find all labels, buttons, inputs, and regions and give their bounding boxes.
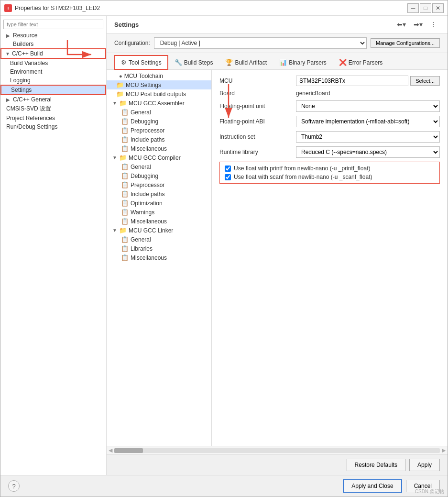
sidebar-item-resource[interactable]: ▶ Resource	[0, 31, 106, 40]
manage-configs-button[interactable]: Manage Configurations...	[371, 38, 440, 48]
tree-gcc-optimization[interactable]: 📋 Optimization	[107, 199, 211, 208]
apply-and-close-button[interactable]: Apply and Close	[343, 479, 402, 493]
tab-build-steps[interactable]: 🔧 Build Steps	[168, 55, 219, 69]
menu-button[interactable]: ⋮	[427, 20, 440, 29]
tree-mcu-gcc-assembler[interactable]: ▼ 📁 MCU GCC Assembler	[107, 99, 211, 108]
tree-linker-libraries[interactable]: 📋 Libraries	[107, 244, 211, 253]
tree-gcc-include-paths[interactable]: 📋 Include paths	[107, 189, 211, 199]
scanf-float-checkbox[interactable]	[225, 174, 231, 180]
fp-unit-label: Floating-point unit	[219, 103, 296, 110]
tree-asm-include-paths[interactable]: 📋 Include paths	[107, 135, 211, 144]
title-bar: I Properties for STM32F103_LED2 ─ □ ✕	[0, 0, 448, 16]
maximize-button[interactable]: □	[420, 3, 431, 13]
fp-abi-select[interactable]: Software implementation (-mfloat-abi=sof…	[296, 116, 440, 127]
help-button[interactable]: ?	[8, 480, 20, 492]
leaf-icon: 📋	[121, 199, 129, 207]
tree-asm-debugging[interactable]: 📋 Debugging	[107, 117, 211, 126]
tree-asm-miscellaneous[interactable]: 📋 Miscellaneous	[107, 144, 211, 153]
tool-settings-icon: ⚙	[121, 59, 127, 66]
tree-item-label: MCU Post build outputs	[126, 91, 186, 98]
tree-item-label: Debugging	[131, 173, 158, 179]
tree-item-label: General	[131, 109, 151, 116]
main-window: I Properties for STM32F103_LED2 ─ □ ✕ ▶ …	[0, 0, 448, 497]
minimize-button[interactable]: ─	[407, 3, 419, 13]
leaf-icon: 📋	[121, 145, 129, 152]
sidebar-item-label: Project References	[6, 115, 55, 121]
tree-item-label: MCU GCC Linker	[129, 227, 173, 234]
mcu-input[interactable]	[296, 76, 408, 86]
leaf-icon: 📋	[121, 218, 129, 225]
tree-gcc-debugging[interactable]: 📋 Debugging	[107, 171, 211, 180]
tab-build-artifact[interactable]: 🏆 Build Artifact	[219, 55, 273, 69]
sidebar-item-cc-general[interactable]: ▶ C/C++ General	[0, 95, 106, 104]
tab-label: Tool Settings	[129, 59, 162, 66]
folder-icon: 📁	[116, 81, 124, 88]
tree-item-label: Optimization	[131, 200, 163, 207]
tree-gcc-general[interactable]: 📋 General	[107, 162, 211, 171]
tree-item-label: MCU GCC Compiler	[129, 155, 181, 161]
mcu-select-button[interactable]: Select...	[410, 76, 440, 86]
tab-error-parsers[interactable]: ❌ Error Parsers	[333, 55, 389, 69]
tree-linker-general[interactable]: 📋 General	[107, 235, 211, 244]
leaf-icon: 📋	[121, 109, 129, 116]
tree-gcc-preprocessor[interactable]: 📋 Preprocessor	[107, 180, 211, 189]
scroll-left-icon[interactable]: ◀	[109, 447, 112, 453]
runtime-row: Runtime library Reduced C (--specs=nano.…	[219, 146, 440, 158]
folder-icon: 📁	[116, 90, 124, 98]
tree-gcc-miscellaneous[interactable]: 📋 Miscellaneous	[107, 217, 211, 226]
tree-mcu-gcc-linker[interactable]: ▼ 📁 MCU GCC Linker	[107, 226, 211, 235]
restore-defaults-button[interactable]: Restore Defaults	[347, 459, 405, 471]
tree-mcu-post-build[interactable]: 📁 MCU Post build outputs	[107, 89, 211, 99]
sidebar-item-logging[interactable]: Logging	[0, 76, 106, 85]
sidebar-item-label: Build Variables	[10, 60, 48, 66]
leaf-icon: 📋	[121, 163, 129, 170]
close-button[interactable]: ✕	[432, 3, 444, 13]
tool-settings-body: ● MCU Toolchain 📁 MCU Settings 📁 MCU Pos…	[107, 70, 448, 454]
tab-tool-settings[interactable]: ⚙ Tool Settings	[114, 55, 168, 70]
tab-label: Error Parsers	[349, 59, 382, 66]
tree-mcu-toolchain[interactable]: ● MCU Toolchain	[107, 72, 211, 80]
instruction-select[interactable]: Thumb2	[296, 131, 440, 143]
runtime-label: Runtime library	[219, 149, 296, 155]
sidebar-item-project-references[interactable]: Project References	[0, 114, 106, 122]
tree-item-label: MCU Toolchain	[124, 73, 163, 79]
fp-unit-select[interactable]: None	[296, 100, 440, 112]
binary-parsers-icon: 📊	[279, 59, 287, 66]
sidebar-item-settings[interactable]: Settings	[0, 85, 106, 95]
printf-float-checkbox[interactable]	[225, 166, 231, 172]
tree-item-label: Miscellaneous	[131, 254, 167, 261]
sidebar-item-cmsis-svd[interactable]: CMSIS-SVD 设置	[0, 104, 106, 114]
settings-title: Settings	[114, 21, 139, 28]
tree-mcu-gcc-compiler[interactable]: ▼ 📁 MCU GCC Compiler	[107, 153, 211, 162]
main-content: ▶ Resource Builders ▼ C/C++ Build Build …	[0, 16, 448, 475]
tree-linker-miscellaneous[interactable]: 📋 Miscellaneous	[107, 253, 211, 262]
horizontal-scrollbar[interactable]	[114, 448, 440, 453]
watermark: CSDN @记帖	[415, 488, 444, 495]
tree-mcu-settings[interactable]: 📁 MCU Settings	[107, 80, 211, 89]
expand-icon: ▶	[6, 97, 11, 102]
sidebar-item-run-debug[interactable]: Run/Debug Settings	[0, 122, 106, 131]
scroll-right-icon[interactable]: ▶	[442, 447, 446, 453]
back-button[interactable]: ⬅▾	[394, 20, 409, 29]
toolchain-dot-icon: ●	[119, 73, 122, 79]
sidebar-item-cc-build[interactable]: ▼ C/C++ Build	[0, 48, 106, 59]
tree-gcc-warnings[interactable]: 📋 Warnings	[107, 208, 211, 217]
sidebar-item-build-variables[interactable]: Build Variables	[0, 59, 106, 67]
tree-asm-general[interactable]: 📋 General	[107, 108, 211, 117]
tab-binary-parsers[interactable]: 📊 Binary Parsers	[273, 55, 333, 69]
tree-asm-preprocessor[interactable]: 📋 Preprocessor	[107, 126, 211, 135]
title-bar-left: I Properties for STM32F103_LED2	[4, 4, 100, 12]
instruction-label: Instruction set	[219, 133, 296, 140]
dialog-footer: ? Apply and Close Cancel	[0, 475, 448, 497]
forward-button[interactable]: ➡▾	[411, 20, 426, 29]
tree-item-label: General	[131, 236, 151, 243]
sidebar-item-environment[interactable]: Environment	[0, 67, 106, 76]
filter-input[interactable]	[3, 20, 103, 29]
config-dropdown[interactable]: Debug [ Active ]	[154, 37, 367, 49]
config-row: Configuration: Debug [ Active ] Manage C…	[107, 33, 448, 53]
leaf-icon: 📋	[121, 127, 129, 134]
sidebar-item-label: C/C++ Build	[12, 50, 43, 57]
runtime-select[interactable]: Reduced C (--specs=nano.specs)	[296, 146, 440, 158]
sidebar-item-builders[interactable]: Builders	[0, 40, 106, 48]
apply-button[interactable]: Apply	[409, 459, 440, 471]
